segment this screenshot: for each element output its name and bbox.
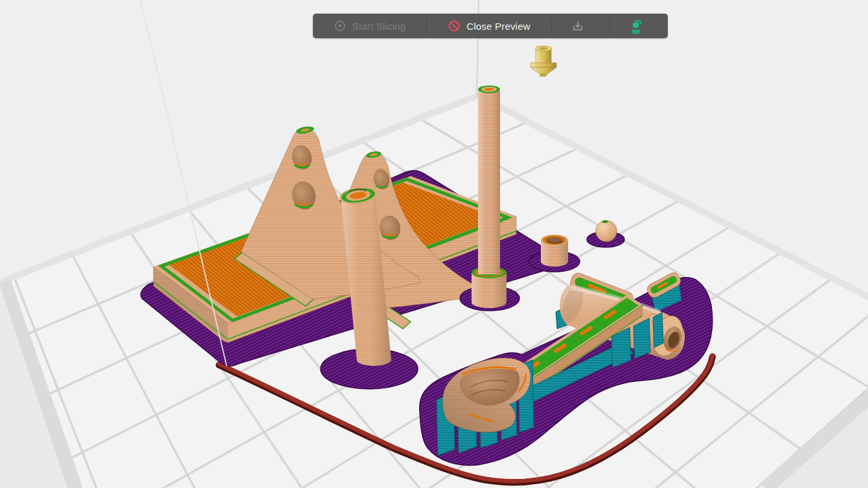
slicer-preview-window: Start Slicing Close Preview <box>0 0 868 488</box>
printer-icon <box>628 18 644 34</box>
prohibition-icon <box>448 19 461 32</box>
start-slicing-label: Start Slicing <box>352 21 406 32</box>
close-preview-label: Close Preview <box>466 21 530 32</box>
preview-toolbar: Start Slicing Close Preview <box>313 14 668 38</box>
send-to-printer-button[interactable] <box>610 14 668 38</box>
download-icon <box>571 19 585 33</box>
play-circle-icon <box>334 19 347 32</box>
save-gcode-button[interactable] <box>552 14 610 38</box>
viewport-3d[interactable] <box>0 0 868 488</box>
close-preview-button[interactable]: Close Preview <box>427 14 551 38</box>
start-slicing-button[interactable]: Start Slicing <box>313 14 426 38</box>
nozzle-marker-icon <box>531 46 556 76</box>
